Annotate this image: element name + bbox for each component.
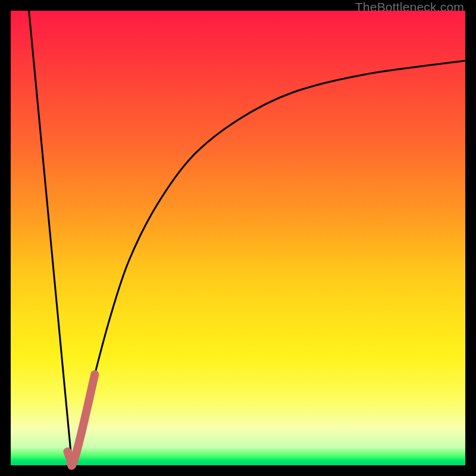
curve-layer bbox=[11, 11, 465, 465]
highlight-segment bbox=[68, 374, 95, 465]
left-descent-line bbox=[29, 11, 73, 465]
plot-area bbox=[11, 11, 465, 465]
chart-frame: TheBottleneck.com bbox=[0, 0, 476, 476]
main-curve bbox=[72, 61, 465, 465]
